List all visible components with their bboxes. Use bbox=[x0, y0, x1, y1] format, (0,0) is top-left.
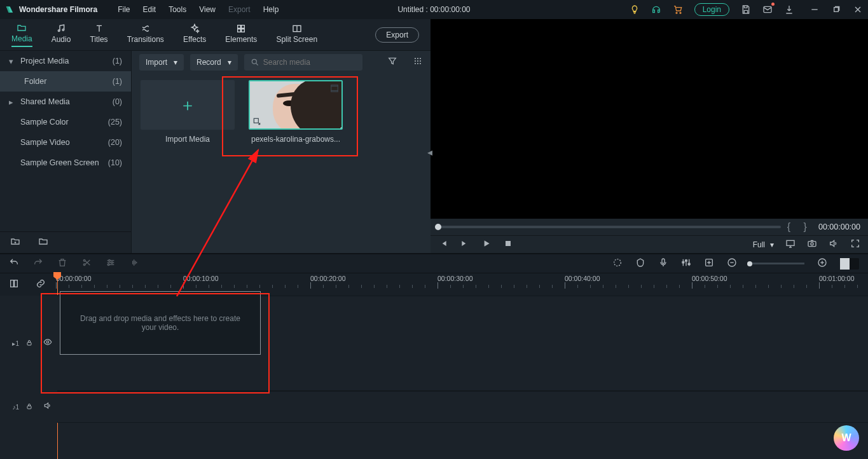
tab-label: Titles bbox=[90, 35, 107, 44]
edit-tools-icon[interactable] bbox=[106, 257, 116, 270]
svg-point-17 bbox=[252, 59, 256, 64]
search-input[interactable] bbox=[244, 54, 362, 71]
window-close-icon[interactable] bbox=[853, 4, 863, 15]
zoom-out-icon[interactable] bbox=[727, 257, 737, 270]
window-restore-icon[interactable] bbox=[831, 4, 841, 15]
import-dropdown[interactable]: Import▾ bbox=[139, 54, 184, 71]
login-button[interactable]: Login bbox=[694, 3, 729, 16]
redo-icon[interactable] bbox=[33, 257, 43, 270]
sidebar-item-shared-media[interactable]: ▸ Shared Media (0) bbox=[0, 92, 131, 112]
tab-audio[interactable]: Audio bbox=[52, 24, 71, 46]
tab-effects[interactable]: Effects bbox=[183, 24, 206, 46]
folder-icon bbox=[17, 23, 27, 33]
window-minimize-icon[interactable] bbox=[809, 4, 820, 15]
tab-transitions[interactable]: Transitions bbox=[127, 24, 164, 46]
marker-icon[interactable] bbox=[635, 257, 645, 270]
media-sidebar: ▾ Project Media (1) Folder (1) ▸ Shared … bbox=[0, 51, 132, 253]
svg-point-22 bbox=[415, 60, 416, 62]
svg-rect-30 bbox=[331, 91, 338, 92]
snapshot-icon[interactable] bbox=[807, 238, 817, 251]
menu-file[interactable]: File bbox=[118, 5, 130, 14]
audio-wave-icon[interactable] bbox=[130, 257, 140, 270]
lock-icon[interactable] bbox=[25, 402, 33, 411]
mute-icon[interactable] bbox=[43, 401, 52, 413]
svg-point-23 bbox=[417, 60, 418, 62]
zoom-slider[interactable] bbox=[750, 263, 804, 264]
media-clip-card[interactable]: pexels-karolina-grabows... bbox=[249, 80, 343, 144]
video-track-badge: ▸1 bbox=[12, 340, 19, 347]
message-icon[interactable] bbox=[762, 4, 773, 15]
grid-view-icon[interactable] bbox=[413, 56, 423, 69]
tab-media[interactable]: Media bbox=[11, 23, 32, 47]
sidebar-item-folder[interactable]: Folder (1) bbox=[0, 71, 131, 92]
menu-view[interactable]: View bbox=[199, 5, 216, 14]
panel-collapse-handle[interactable]: ◂ bbox=[427, 146, 432, 158]
audio-track-badge: ♪1 bbox=[12, 404, 19, 411]
svg-point-24 bbox=[420, 60, 421, 62]
timeline-drop-zone[interactable]: Drag and drop media and effects here to … bbox=[60, 291, 261, 355]
new-folder-icon[interactable] bbox=[10, 236, 20, 249]
record-dropdown[interactable]: Record▾ bbox=[190, 54, 238, 71]
prev-frame-icon[interactable] bbox=[438, 238, 448, 251]
svg-point-41 bbox=[109, 259, 111, 261]
download-icon[interactable] bbox=[784, 4, 794, 15]
next-frame-icon[interactable] bbox=[460, 238, 470, 251]
svg-point-25 bbox=[415, 63, 416, 64]
import-media-card[interactable]: ＋ Import Media bbox=[141, 80, 235, 144]
lock-icon[interactable] bbox=[25, 339, 33, 348]
svg-point-35 bbox=[811, 242, 813, 245]
video-track[interactable]: Drag and drop media and effects here to … bbox=[57, 296, 868, 391]
menu-edit[interactable]: Edit bbox=[142, 5, 156, 14]
link-icon[interactable] bbox=[36, 278, 46, 291]
svg-point-21 bbox=[420, 58, 421, 59]
delete-icon[interactable] bbox=[57, 257, 67, 270]
preview-viewport[interactable] bbox=[431, 19, 868, 219]
visibility-icon[interactable] bbox=[43, 338, 52, 349]
svg-line-18 bbox=[256, 64, 258, 65]
undo-icon[interactable] bbox=[9, 257, 19, 270]
quality-select[interactable]: Full▾ bbox=[753, 240, 774, 249]
cart-icon[interactable] bbox=[673, 4, 683, 15]
search-field[interactable] bbox=[263, 58, 356, 67]
voiceover-icon[interactable] bbox=[658, 257, 668, 270]
tab-label: Effects bbox=[183, 35, 206, 44]
idea-icon[interactable] bbox=[630, 4, 640, 15]
audio-track[interactable] bbox=[57, 391, 868, 423]
add-badge-icon bbox=[252, 117, 261, 126]
project-title: Untitled : 00:00:00:00 bbox=[397, 5, 470, 14]
svg-rect-31 bbox=[254, 118, 258, 123]
chevron-down-icon: ▾ bbox=[228, 58, 231, 67]
add-marker-icon[interactable] bbox=[704, 257, 714, 270]
export-button[interactable]: Export bbox=[375, 27, 419, 43]
preview-scrubber[interactable] bbox=[438, 226, 781, 228]
stop-icon[interactable] bbox=[503, 238, 513, 251]
headset-icon[interactable] bbox=[651, 4, 661, 15]
save-icon[interactable] bbox=[741, 4, 751, 15]
svg-point-37 bbox=[83, 259, 85, 261]
sidebar-item-sample-video[interactable]: Sample Video (20) bbox=[0, 132, 131, 153]
tab-titles[interactable]: Titles bbox=[90, 24, 107, 46]
ruler-playhead[interactable] bbox=[57, 272, 58, 295]
tab-elements[interactable]: Elements bbox=[225, 24, 257, 46]
open-folder-icon[interactable] bbox=[38, 236, 48, 249]
play-icon[interactable] bbox=[481, 238, 492, 251]
timeline-view-toggle[interactable] bbox=[840, 258, 859, 270]
sidebar-item-project-media[interactable]: ▾ Project Media (1) bbox=[0, 51, 131, 71]
render-icon[interactable] bbox=[612, 257, 623, 270]
split-clip-icon[interactable] bbox=[81, 257, 92, 270]
fullscreen-icon[interactable] bbox=[850, 238, 860, 251]
menu-help[interactable]: Help bbox=[263, 5, 279, 14]
mixer-icon[interactable] bbox=[681, 257, 691, 270]
display-icon[interactable] bbox=[785, 238, 796, 251]
tracks-manage-icon[interactable] bbox=[9, 278, 19, 291]
sidebar-item-sample-green[interactable]: Sample Green Screen (10) bbox=[0, 153, 131, 173]
filter-icon[interactable] bbox=[387, 56, 397, 69]
tool-tabs: Media Audio Titles Transitions Effects E… bbox=[0, 19, 431, 51]
clip-thumbnail bbox=[249, 80, 343, 130]
sidebar-item-sample-color[interactable]: Sample Color (25) bbox=[0, 112, 131, 132]
svg-point-27 bbox=[420, 63, 421, 64]
tab-split-screen[interactable]: Split Screen bbox=[276, 24, 317, 46]
zoom-in-icon[interactable] bbox=[817, 257, 827, 270]
volume-icon[interactable] bbox=[829, 238, 839, 251]
menu-tools[interactable]: Tools bbox=[169, 5, 186, 14]
